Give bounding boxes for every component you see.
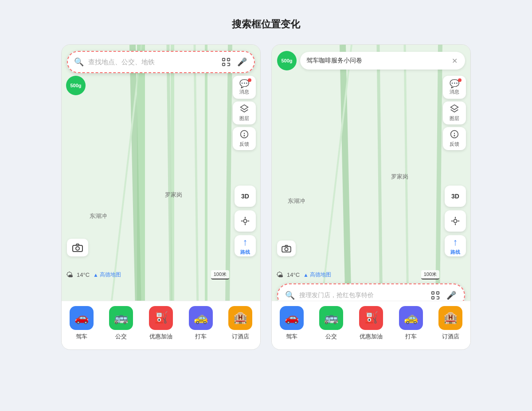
layers-icon-1 — [240, 104, 249, 114]
scale-bar-1: 100米 — [211, 270, 229, 279]
map-label-donghuchong-1: 东湖冲 — [90, 212, 107, 220]
svg-point-17 — [243, 219, 246, 222]
route-arrow-1: ↑ — [243, 237, 248, 248]
weather-icon-2: 🌤 — [276, 271, 283, 279]
svg-point-33 — [454, 219, 457, 222]
panel-btn-feedback-2[interactable]: 反馈 — [443, 127, 466, 150]
screen-2: 罗家岗 东湖冲 500g 驾车咖啡服务小问卷 ✕ 💬 消息 — [271, 44, 471, 350]
nav-hotel-2[interactable]: 🏨 订酒店 — [438, 306, 462, 341]
panel-btn-layers-2[interactable]: 图层 — [443, 101, 466, 124]
svg-rect-7 — [223, 63, 225, 66]
panel-btn-message-1[interactable]: 💬 消息 — [233, 76, 256, 99]
scan-icon-2[interactable] — [430, 290, 441, 301]
nav-taxi-1[interactable]: 🚕 打车 — [189, 306, 213, 341]
brand-name-2: 高德地图 — [310, 271, 331, 279]
layers-icon-2 — [450, 104, 459, 114]
taxi-icon-1: 🚕 — [189, 306, 213, 330]
nav-drive-1[interactable]: 🚗 驾车 — [70, 306, 94, 341]
taxi-label-1: 打车 — [195, 333, 207, 341]
bus-label-1: 公交 — [115, 333, 127, 341]
nav-bus-2[interactable]: 🚌 公交 — [319, 306, 343, 341]
feedback-icon-1 — [240, 130, 249, 140]
map-brand-1: ▲ 高德地图 — [93, 271, 121, 279]
nav-bus-1[interactable]: 🚌 公交 — [109, 306, 133, 341]
camera-icon-1[interactable] — [67, 239, 88, 256]
route-label-2: 路线 — [450, 249, 460, 256]
search-placeholder-2: 搜理发门店，抢红包享特价 — [299, 291, 425, 299]
svg-point-16 — [76, 247, 79, 250]
nav-taxi-2[interactable]: 🚕 打车 — [399, 306, 423, 341]
btn-3d-2[interactable]: 3D — [445, 186, 466, 207]
hotel-label-2: 订酒店 — [442, 333, 459, 341]
panel-btn-message-2[interactable]: 💬 消息 — [443, 76, 466, 99]
route-label-1: 路线 — [240, 249, 250, 256]
bottom-nav-2: 🚗 驾车 🚌 公交 ⛽ 优惠加油 🚕 打车 🏨 订酒店 — [272, 301, 470, 349]
scale-bar-2: 100米 — [421, 270, 439, 279]
search-placeholder-1: 查找地点、公交、地铁 — [88, 58, 216, 66]
screen-1: 罗家岗 东湖冲 🔍 查找地点、公交、地铁 🎤 500g — [61, 44, 261, 350]
hotel-icon-1: 🏨 — [228, 306, 252, 330]
message-label-1: 消息 — [239, 89, 249, 95]
fuel-icon-2: ⛽ — [359, 306, 383, 330]
nav-fuel-2[interactable]: ⛽ 优惠加油 — [359, 306, 383, 341]
notification-bar-2: 500g 驾车咖啡服务小问卷 ✕ — [277, 51, 465, 70]
feedback-label-2: 反馈 — [450, 141, 459, 147]
map-brand-2: ▲ 高德地图 — [303, 271, 331, 279]
hotel-icon-2: 🏨 — [438, 306, 462, 330]
svg-rect-40 — [432, 297, 434, 299]
fuel-label-1: 优惠加油 — [149, 333, 172, 341]
nav-drive-2[interactable]: 🚗 驾车 — [280, 306, 304, 341]
btn-3d-1[interactable]: 3D — [235, 186, 256, 207]
btn-location-1[interactable] — [235, 210, 256, 232]
nav-fuel-1[interactable]: ⛽ 优惠加油 — [149, 306, 173, 341]
btn-route-1[interactable]: ↑ 路线 — [235, 235, 256, 256]
layers-label-2: 图层 — [450, 115, 459, 122]
search-bar-area-1: 🔍 查找地点、公交、地铁 🎤 — [67, 51, 255, 73]
right-panel-1: 💬 消息 图层 — [233, 76, 256, 150]
brand-icon-1: ▲ — [93, 272, 98, 278]
fuel-label-2: 优惠加油 — [360, 333, 383, 341]
bottom-controls-2: 3D ↑ 路线 — [445, 186, 466, 256]
right-panel-2: 💬 消息 图层 — [443, 76, 466, 150]
svg-marker-11 — [241, 105, 248, 110]
mic-icon-1[interactable]: 🎤 — [236, 56, 248, 68]
notification-text-2: 驾车咖啡服务小问卷 — [306, 57, 450, 65]
temperature-2: 14°C — [287, 271, 300, 278]
close-icon-2[interactable]: ✕ — [450, 56, 459, 65]
weather-icon-1: 🌤 — [66, 271, 73, 279]
bottom-controls-1: 3D ↑ 路线 — [235, 186, 256, 256]
map-label-luojiagang-1: 罗家岗 — [165, 191, 182, 199]
scan-icon-1[interactable] — [220, 56, 232, 68]
svg-rect-38 — [432, 292, 434, 295]
svg-rect-6 — [227, 58, 230, 61]
bus-icon-2: 🚌 — [319, 306, 343, 330]
message-label-2: 消息 — [450, 89, 459, 95]
feedback-label-1: 反馈 — [239, 141, 249, 147]
svg-point-30 — [454, 136, 455, 136]
btn-route-2[interactable]: ↑ 路线 — [445, 235, 466, 256]
nav-hotel-1[interactable]: 🏨 订酒店 — [228, 306, 252, 341]
drive-icon-2: 🚗 — [280, 306, 304, 330]
notif-dot-1 — [248, 78, 251, 82]
drive-label-1: 驾车 — [76, 333, 87, 341]
panel-btn-layers-1[interactable]: 图层 — [233, 101, 256, 124]
notification-box-2: 驾车咖啡服务小问卷 ✕ — [300, 52, 465, 70]
map-label-luojiagang-2: 罗家岗 — [391, 173, 408, 181]
hotel-label-1: 订酒店 — [232, 333, 249, 341]
btn-location-2[interactable] — [445, 210, 466, 232]
panel-btn-feedback-1[interactable]: 反馈 — [233, 127, 256, 150]
taxi-label-2: 打车 — [405, 333, 417, 341]
weather-bar-1: 🌤 14°C ▲ 高德地图 100米 — [66, 270, 229, 279]
drive-icon-1: 🚗 — [70, 306, 94, 330]
search-box-1[interactable]: 🔍 查找地点、公交、地铁 🎤 — [67, 51, 255, 73]
search-icon-2: 🔍 — [285, 291, 295, 300]
svg-rect-39 — [437, 292, 439, 295]
layers-label-1: 图层 — [239, 115, 249, 122]
mic-icon-2[interactable]: 🎤 — [446, 290, 457, 301]
page-title: 搜索框位置变化 — [232, 18, 300, 31]
location-badge-1: 500g — [66, 76, 86, 95]
svg-point-32 — [285, 248, 288, 251]
brand-name-1: 高德地图 — [100, 271, 121, 279]
feedback-icon-2 — [450, 130, 459, 140]
camera-icon-2[interactable] — [277, 240, 296, 256]
